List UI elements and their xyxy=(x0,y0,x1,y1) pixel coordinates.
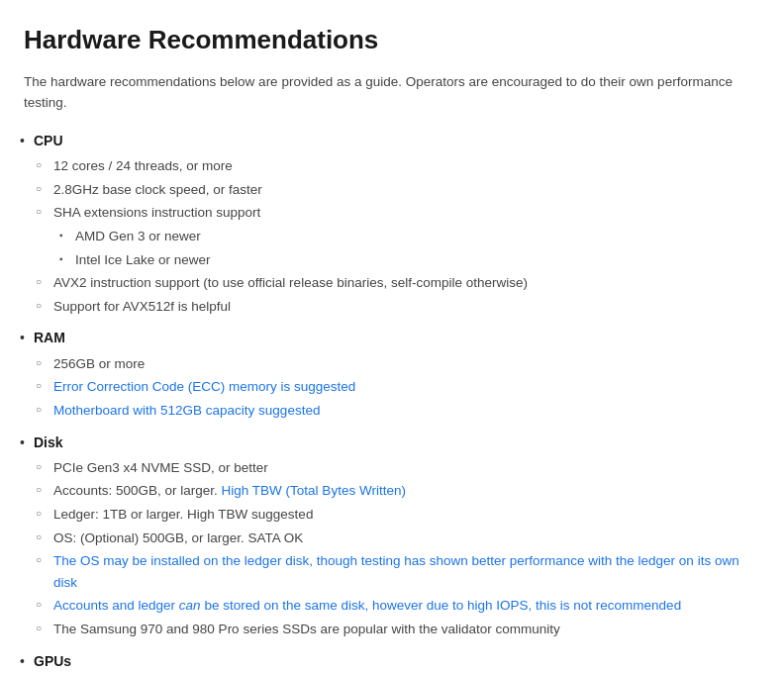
disk-items: PCIe Gen3 x4 NVME SSD, or better Account… xyxy=(34,457,760,640)
list-item: AVX2 instruction support (to use officia… xyxy=(53,272,760,294)
cpu-label: CPU xyxy=(34,133,63,148)
list-item: The Samsung 970 and 980 Pro series SSDs … xyxy=(53,619,760,640)
list-item: Support for AVX512f is helpful xyxy=(53,296,760,318)
list-item: Error Correction Code (ECC) memory is su… xyxy=(53,376,760,398)
cpu-items: 12 cores / 24 threads, or more 2.8GHz ba… xyxy=(34,155,760,317)
disk-label: Disk xyxy=(34,434,63,450)
list-item: Accounts and ledger can be stored on the… xyxy=(53,595,760,617)
gpus-label: GPUs xyxy=(34,653,71,669)
list-item: OS: (Optional) 500GB, or larger. SATA OK xyxy=(53,528,760,549)
italic-can: can xyxy=(179,598,201,613)
accounts-ledger-text: Accounts and ledger can be stored on the… xyxy=(53,598,681,613)
section-cpu: CPU 12 cores / 24 threads, or more 2.8GH… xyxy=(34,130,760,318)
list-item: The OS may be installed on the ledger di… xyxy=(53,550,760,593)
section-disk: Disk PCIe Gen3 x4 NVME SSD, or better Ac… xyxy=(34,432,760,640)
ram-motherboard-text: Motherboard with 512GB capacity suggeste… xyxy=(53,403,320,418)
accounts-tbw-text: High TBW (Total Bytes Written) xyxy=(222,483,406,498)
list-item: 256GB or more xyxy=(53,353,760,375)
list-item: Intel Ice Lake or newer xyxy=(75,249,760,271)
list-item: Ledger: 1TB or larger. High TBW suggeste… xyxy=(53,504,760,526)
list-item: Accounts: 500GB, or larger. High TBW (To… xyxy=(53,480,760,502)
list-item: AMD Gen 3 or newer xyxy=(75,226,760,247)
ram-ecc-text: Error Correction Code (ECC) memory is su… xyxy=(53,379,355,394)
page-title: Hardware Recommendations xyxy=(24,20,760,61)
intro-text: The hardware recommendations below are p… xyxy=(24,71,760,114)
ram-items: 256GB or more Error Correction Code (ECC… xyxy=(34,353,760,422)
main-list: CPU 12 cores / 24 threads, or more 2.8GH… xyxy=(24,130,760,673)
section-gpus: GPUs Not necessary at this time Operator… xyxy=(34,650,760,673)
section-ram: RAM 256GB or more Error Correction Code … xyxy=(34,327,760,421)
list-item: 2.8GHz base clock speed, or faster xyxy=(53,179,760,201)
list-item: PCIe Gen3 x4 NVME SSD, or better xyxy=(53,457,760,479)
list-item: Motherboard with 512GB capacity suggeste… xyxy=(53,400,760,422)
os-ledger-text: The OS may be installed on the ledger di… xyxy=(53,553,739,590)
sha-sub-items: AMD Gen 3 or newer Intel Ice Lake or new… xyxy=(53,226,760,270)
ram-label: RAM xyxy=(34,330,65,345)
list-item: 12 cores / 24 threads, or more xyxy=(53,155,760,177)
list-item: SHA extensions instruction support AMD G… xyxy=(53,202,760,270)
